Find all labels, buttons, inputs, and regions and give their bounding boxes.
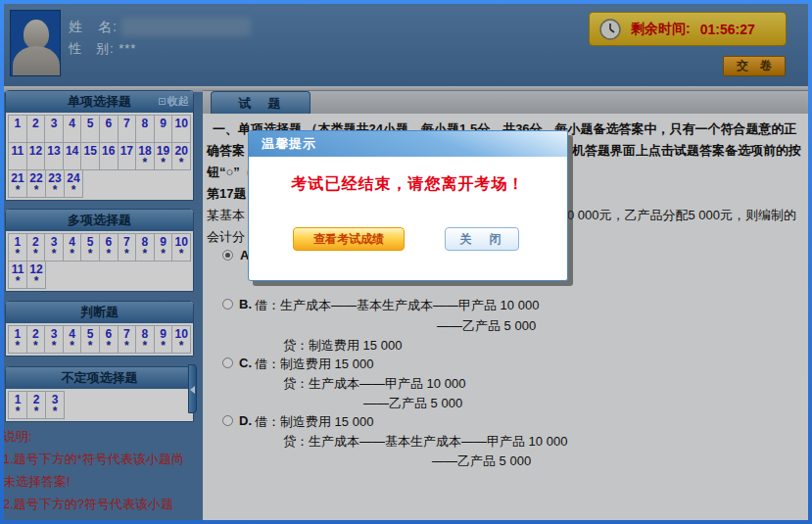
dialog-message: 考试已经结束，请您离开考场！ — [249, 174, 567, 195]
exam-app: 姓 名: 性 别: *** 剩余时间: 01:56:27 交 卷 单项选择题 — [4, 4, 808, 520]
dialog-title: 温馨提示 — [262, 131, 316, 157]
close-dialog-button[interactable]: 关 闭 — [445, 227, 519, 251]
view-score-button[interactable]: 查看考试成绩 — [293, 227, 405, 251]
dialog-title-bar: 温馨提示 — [249, 131, 567, 157]
notice-dialog: 温馨提示 考试已经结束，请您离开考场！ 查看考试成绩 关 闭 — [248, 130, 568, 281]
window-frame: 姓 名: 性 别: *** 剩余时间: 01:56:27 交 卷 单项选择题 — [0, 0, 812, 524]
